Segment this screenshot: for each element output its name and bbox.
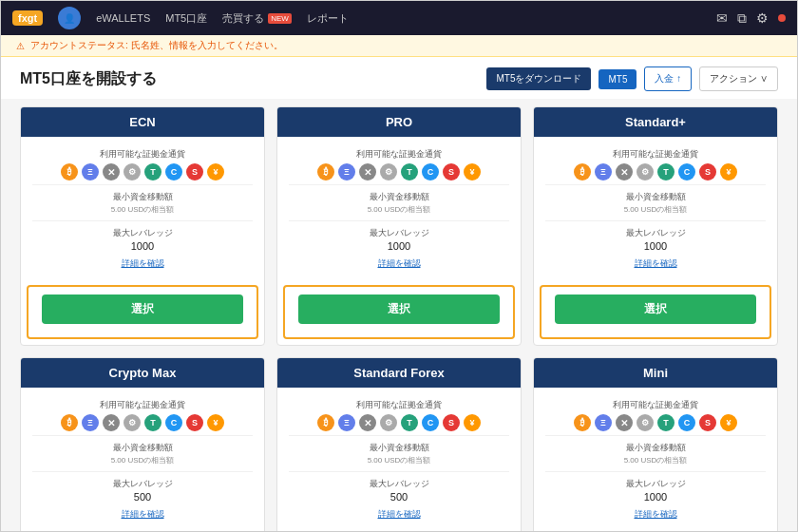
cm-min-deposit: 最小資金移動額 5.00 USDの相当額	[32, 442, 253, 466]
c-icon: C	[165, 414, 182, 431]
main-window: fxgt 👤 eWALLETS MT5口座 売買する NEW レポート ✉ ⧉ …	[0, 0, 798, 532]
x-icon: ✕	[616, 163, 633, 180]
card-mini: Mini 利用可能な証拠金通貨 ₿ Ξ ✕ ⚙ T C S ¥	[533, 357, 778, 531]
eth-icon: Ξ	[338, 414, 355, 431]
t-icon: T	[144, 163, 162, 180]
t-icon: T	[657, 414, 674, 431]
header-nav: eWALLETS MT5口座 売買する NEW レポート	[96, 11, 701, 26]
mini-leverage: 最大レバレッジ 1000	[545, 478, 766, 503]
t-icon: T	[401, 414, 418, 431]
y-icon: ¥	[464, 163, 481, 180]
gear-coin-icon: ⚙	[124, 163, 141, 180]
deposit-button[interactable]: 入金 ↑	[644, 66, 692, 91]
header-icons: ✉ ⧉ ⚙	[716, 10, 786, 27]
y-icon: ¥	[720, 414, 737, 431]
sp-leverage: 最大レバレッジ 1000	[545, 227, 766, 252]
c-icon: C	[422, 414, 439, 431]
c-icon: C	[165, 163, 182, 180]
avatar: 👤	[58, 7, 81, 29]
notification-dot	[778, 14, 786, 22]
copy-icon[interactable]: ⧉	[737, 10, 747, 27]
card-standardforex: Standard Forex 利用可能な証拠金通貨 ₿ Ξ ✕ ⚙ T C S …	[276, 357, 522, 531]
s-icon: S	[443, 163, 460, 180]
y-icon: ¥	[207, 163, 224, 180]
alert-bar: ⚠ アカウントステータス: 氏名姓、情報を入力してください。	[1, 35, 797, 57]
pro-select-wrapper: 選択	[283, 285, 515, 339]
nav-report[interactable]: レポート	[307, 11, 349, 26]
card-ecn-title: ECN	[21, 107, 264, 137]
card-standardplus: Standard+ 利用可能な証拠金通貨 ₿ Ξ ✕ ⚙ T C S ¥	[533, 106, 778, 346]
btc-icon: ₿	[61, 163, 78, 180]
nav-ewallets[interactable]: eWALLETS	[96, 12, 150, 24]
header: fxgt 👤 eWALLETS MT5口座 売買する NEW レポート ✉ ⧉ …	[1, 1, 797, 35]
x-icon: ✕	[359, 163, 376, 180]
account-grid: ECN 利用可能な証拠金通貨 ₿ Ξ ✕ ⚙ T C S ¥	[20, 106, 778, 531]
logo: fxgt	[12, 10, 43, 26]
ecn-leverage: 最大レバレッジ 1000	[32, 227, 253, 252]
ecn-currencies: ₿ Ξ ✕ ⚙ T C S ¥	[32, 163, 253, 180]
gear-coin-icon: ⚙	[380, 414, 397, 431]
card-mini-title: Mini	[534, 358, 777, 388]
x-icon: ✕	[103, 163, 120, 180]
mail-icon[interactable]: ✉	[716, 10, 728, 26]
ecn-detail-link[interactable]: 詳細を確認	[32, 257, 253, 270]
card-pro-title: PRO	[277, 107, 521, 137]
s-icon: S	[443, 414, 460, 431]
card-cryptomax-title: Crypto Max	[21, 358, 264, 388]
sf-leverage: 最大レバレッジ 500	[289, 478, 509, 503]
cm-currencies-label: 利用可能な証拠金通貨	[32, 399, 253, 411]
c-icon: C	[678, 414, 695, 431]
ecn-min-deposit: 最小資金移動額 5.00 USDの相当額	[32, 191, 253, 215]
mt5-button[interactable]: MT5	[598, 69, 636, 89]
y-icon: ¥	[464, 414, 481, 431]
action-dropdown[interactable]: アクション ∨	[699, 66, 778, 91]
nav-mt5[interactable]: MT5口座	[165, 11, 207, 26]
s-icon: S	[699, 163, 716, 180]
card-ecn-body: 利用可能な証拠金通貨 ₿ Ξ ✕ ⚙ T C S ¥ 最小資金移動額 5	[21, 137, 264, 281]
mini-detail-link[interactable]: 詳細を確認	[545, 508, 766, 521]
card-ecn: ECN 利用可能な証拠金通貨 ₿ Ξ ✕ ⚙ T C S ¥	[20, 106, 265, 346]
pro-detail-link[interactable]: 詳細を確認	[289, 257, 509, 270]
cm-currencies: ₿ Ξ ✕ ⚙ T C S ¥	[32, 414, 253, 431]
nav-trade[interactable]: 売買する NEW	[222, 11, 292, 26]
sp-currencies-label: 利用可能な証拠金通貨	[545, 148, 766, 161]
card-standardforex-title: Standard Forex	[277, 358, 521, 388]
y-icon: ¥	[207, 414, 224, 431]
pro-leverage: 最大レバレッジ 1000	[289, 227, 509, 252]
gear-coin-icon: ⚙	[636, 414, 654, 431]
x-icon: ✕	[103, 414, 120, 431]
t-icon: T	[657, 163, 674, 180]
s-icon: S	[186, 163, 203, 180]
sf-min-deposit: 最小資金移動額 5.00 USDの相当額	[289, 442, 509, 466]
cm-detail-link[interactable]: 詳細を確認	[32, 508, 253, 521]
page-header: MT5口座を開設する MT5をダウンロード MT5 入金 ↑ アクション ∨	[1, 57, 797, 99]
pro-min-deposit: 最小資金移動額 5.00 USDの相当額	[289, 191, 509, 215]
sf-detail-link[interactable]: 詳細を確認	[289, 508, 509, 521]
s-icon: S	[699, 414, 716, 431]
alert-icon: ⚠	[16, 41, 25, 51]
download-button[interactable]: MT5をダウンロード	[486, 67, 591, 90]
c-icon: C	[422, 163, 439, 180]
btc-icon: ₿	[574, 414, 591, 431]
y-icon: ¥	[720, 163, 737, 180]
gear-coin-icon: ⚙	[124, 414, 141, 431]
alert-text: アカウントステータス: 氏名姓、情報を入力してください。	[30, 39, 283, 52]
sp-min-deposit: 最小資金移動額 5.00 USDの相当額	[545, 191, 766, 215]
pro-select-button[interactable]: 選択	[298, 294, 500, 324]
ecn-select-button[interactable]: 選択	[42, 294, 243, 324]
page-title: MT5口座を開設する	[20, 69, 157, 89]
sp-select-wrapper: 選択	[540, 285, 771, 339]
gear-icon[interactable]: ⚙	[756, 10, 769, 26]
t-icon: T	[144, 414, 162, 431]
sf-currencies: ₿ Ξ ✕ ⚙ T C S ¥	[289, 414, 509, 431]
mini-currencies-label: 利用可能な証拠金通貨	[545, 399, 766, 411]
new-badge: NEW	[268, 13, 292, 24]
btc-icon: ₿	[61, 414, 78, 431]
sp-detail-link[interactable]: 詳細を確認	[545, 257, 766, 270]
sp-select-button[interactable]: 選択	[555, 294, 756, 324]
gear-coin-icon: ⚙	[380, 163, 397, 180]
mini-currencies: ₿ Ξ ✕ ⚙ T C S ¥	[545, 414, 766, 431]
eth-icon: Ξ	[82, 163, 99, 180]
card-cryptomax: Crypto Max 利用可能な証拠金通貨 ₿ Ξ ✕ ⚙ T C S ¥	[20, 357, 265, 531]
card-standardplus-body: 利用可能な証拠金通貨 ₿ Ξ ✕ ⚙ T C S ¥ 最小資金移動額 5	[534, 137, 777, 281]
